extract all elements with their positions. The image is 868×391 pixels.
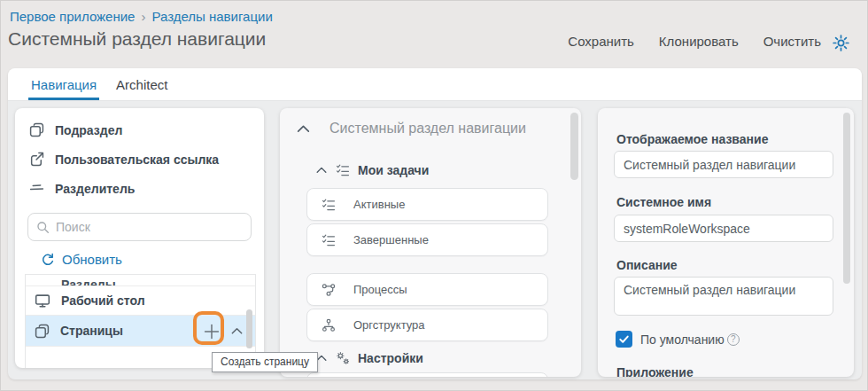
header-actions: Сохранить Клонировать Очистить [568, 34, 821, 49]
canvas-card-processes[interactable]: Процессы [306, 273, 548, 306]
canvas-card-done[interactable]: Завершенные [306, 223, 548, 256]
collapse-group-icon[interactable] [315, 164, 328, 176]
settings-gear-icon[interactable] [832, 34, 850, 52]
create-page-tooltip: Создать страницу [212, 352, 318, 372]
tab-architect[interactable]: Architect [106, 68, 177, 100]
help-icon[interactable] [727, 333, 740, 346]
tasks-icon [322, 233, 336, 247]
canvas-card-active[interactable]: Активные [306, 188, 548, 221]
breadcrumb-separator-icon: › [141, 9, 145, 24]
divider-icon [29, 181, 44, 196]
tasks-icon [336, 163, 350, 177]
clone-button[interactable]: Клонировать [659, 34, 739, 49]
description-label: Описание [616, 258, 678, 272]
list-item-clipped[interactable]: Разделы [26, 275, 255, 286]
canvas-section-title: Системный раздел навигации [329, 121, 526, 137]
external-link-icon [29, 152, 44, 167]
breadcrumb: Первое приложение › Разделы навигации [10, 9, 273, 24]
breadcrumb-first-app[interactable]: Первое приложение [10, 9, 135, 24]
application-label: Приложение [616, 365, 694, 377]
canvas-card-label: Процессы [353, 283, 407, 296]
page-title: Системный раздел навигации [8, 28, 266, 50]
canvas-scrollbar-thumb[interactable] [570, 113, 578, 180]
display-name-input[interactable] [614, 151, 833, 178]
group-label: Мои задачи [358, 163, 429, 177]
create-page-button[interactable] [199, 319, 223, 343]
canvas-card-label: Оргструктура [353, 318, 425, 332]
group-label: Настройки [358, 351, 423, 365]
canvas-header: Системный раздел навигации [296, 121, 526, 137]
default-checkbox[interactable] [616, 331, 632, 348]
process-icon [322, 283, 336, 297]
properties-panel: Отображаемое название Системное имя Опис… [598, 108, 854, 377]
palette-item-divider[interactable]: Разделитель [15, 174, 264, 203]
save-button[interactable]: Сохранить [568, 34, 634, 49]
collapse-pages-icon[interactable] [230, 325, 244, 338]
tab-navigation[interactable]: Навигация [21, 68, 106, 100]
canvas-panel: Системный раздел навигации [280, 108, 581, 377]
list-item-label: Страницы [60, 324, 123, 338]
pages-icon [35, 324, 50, 339]
group-my-tasks[interactable]: Мои задачи [315, 163, 429, 177]
canvas-card-orgstructure[interactable]: Оргструктура [306, 309, 548, 341]
properties-scrollbar-thumb[interactable] [843, 113, 850, 284]
tasks-icon [322, 198, 336, 212]
display-name-label: Отображаемое название [616, 132, 768, 146]
refresh-icon [41, 253, 55, 267]
palette-item-label: Разделитель [55, 182, 135, 196]
collapse-section-icon[interactable] [296, 121, 311, 137]
system-name-input[interactable] [614, 215, 833, 242]
breadcrumb-nav-sections[interactable]: Разделы навигации [151, 9, 272, 24]
list-item-label: Рабочий стол [61, 293, 145, 308]
search-icon [36, 221, 50, 234]
search-box [27, 213, 252, 241]
content-card: Навигация Architect Подраздел [8, 68, 862, 379]
list-item-pages[interactable]: Страницы [26, 316, 255, 347]
search-input[interactable] [56, 220, 243, 234]
default-checkbox-row: По умолчанию [616, 331, 740, 348]
desktop-icon [35, 293, 50, 309]
refresh-label: Обновить [62, 252, 122, 267]
org-structure-icon [322, 318, 336, 332]
canvas-card-label: Завершенные [353, 233, 429, 246]
default-checkbox-label[interactable]: По умолчанию [640, 332, 725, 347]
palette-item-subsection[interactable]: Подраздел [15, 115, 264, 145]
canvas-card-label: Активные [353, 198, 405, 211]
palette-item-label: Пользовательская ссылка [55, 152, 219, 167]
clear-button[interactable]: Очистить [763, 34, 821, 49]
palette-list: Подраздел Пользовательская ссылка [15, 108, 264, 203]
group-settings[interactable]: Настройки [315, 351, 423, 365]
subsection-icon [29, 122, 44, 137]
app-window: Первое приложение › Разделы навигации Си… [0, 0, 868, 391]
palette-item-label: Подраздел [55, 123, 122, 137]
list-item-desktop[interactable]: Рабочий стол [26, 286, 255, 316]
tab-bar: Навигация Architect [8, 68, 862, 101]
list-item-label: Разделы [61, 278, 116, 286]
palette-panel: Подраздел Пользовательская ссылка [15, 108, 264, 368]
palette-scrollbar-thumb[interactable] [246, 309, 252, 348]
gears-icon [336, 351, 350, 365]
refresh-link[interactable]: Обновить [41, 252, 122, 267]
description-textarea[interactable]: Системный раздел навигации [614, 277, 833, 316]
system-name-label: Системное имя [616, 195, 711, 209]
palette-item-user-link[interactable]: Пользовательская ссылка [15, 145, 264, 174]
canvas-card-clipped[interactable] [306, 372, 548, 377]
